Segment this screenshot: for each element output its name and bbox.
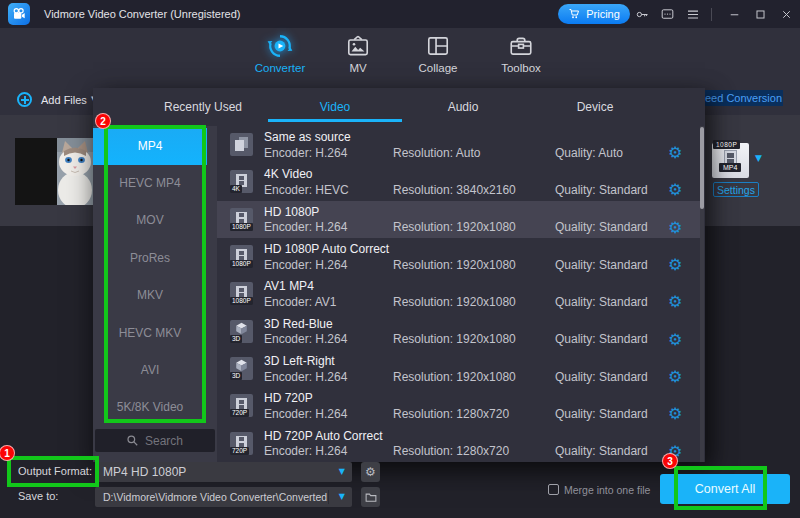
format-settings-gear-icon[interactable]: ⚙ [668, 332, 682, 348]
settings-label: Settings [717, 184, 755, 196]
minimize-button[interactable] [726, 7, 742, 22]
format-quality: Quality: Standard [555, 220, 648, 234]
browse-folder-button[interactable] [361, 487, 380, 507]
format-row-hd-1080p-auto-correct[interactable]: 1080PHD 1080P Auto CorrectEncoder: H.264… [217, 238, 700, 275]
app-window: Vidmore Video Converter (Unregistered) P… [0, 0, 800, 518]
format-badge: MP4 [719, 163, 741, 172]
tab-toolbox-label: Toolbox [476, 62, 566, 74]
settings-button[interactable]: Settings [713, 182, 759, 197]
format-type-icon: 3D [230, 357, 253, 380]
pricing-button[interactable]: Pricing [558, 4, 630, 24]
format-resolution: Resolution: 1920x1080 [393, 332, 516, 346]
format-search-box[interactable]: Search [95, 429, 215, 452]
format-quality: Quality: Standard [555, 295, 648, 309]
annotation-green-rect-sidebar [104, 125, 206, 423]
add-files-button[interactable]: Add Files [41, 94, 87, 106]
format-dropdown-chevron-icon[interactable]: ▼ [755, 153, 762, 163]
format-resolution: Resolution: 1920x1080 [393, 370, 516, 384]
format-title: HD 1080P [264, 205, 319, 219]
format-row-hd-1080p[interactable]: 1080PHD 1080PEncoder: H.264Resolution: 1… [217, 201, 700, 238]
format-resolution: Resolution: 1920x1080 [393, 220, 516, 234]
save-to-divider [328, 490, 329, 504]
format-quality: Quality: Standard [555, 332, 648, 346]
tab-toolbox[interactable]: Toolbox [476, 28, 566, 85]
output-format-chevron-icon[interactable]: ▼ [339, 462, 345, 482]
format-title: 3D Left-Right [264, 354, 335, 368]
scrollbar-thumb[interactable] [700, 127, 704, 209]
register-key-icon[interactable] [634, 7, 650, 22]
cart-icon [568, 8, 581, 20]
format-type-icon: 1080P [230, 208, 253, 231]
format-list: Same as sourceEncoder: H.264Resolution: … [217, 126, 700, 462]
format-title: Same as source [264, 130, 351, 144]
format-row-3d-red-blue[interactable]: 3D3D Red-BlueEncoder: H.264Resolution: 1… [217, 313, 700, 350]
profile-settings-button[interactable]: ⚙ [361, 462, 380, 482]
format-quality: Quality: Standard [555, 407, 648, 421]
format-settings-gear-icon[interactable]: ⚙ [668, 182, 682, 198]
format-tab-audio[interactable]: Audio [403, 88, 523, 126]
tab-converter[interactable]: Converter [235, 28, 325, 85]
save-to-chevron-icon[interactable]: ▼ [339, 487, 345, 507]
output-format-value: MP4 HD 1080P [103, 462, 186, 482]
resolution-badge: 1080P [713, 140, 740, 149]
converter-icon [267, 33, 293, 59]
format-encoder: Encoder: H.264 [264, 407, 347, 421]
close-button[interactable] [778, 7, 794, 22]
format-settings-gear-icon[interactable]: ⚙ [668, 220, 682, 236]
format-encoder: Encoder: H.264 [264, 258, 347, 272]
tab-collage[interactable]: Collage [393, 28, 483, 85]
format-encoder: Encoder: HEVC [264, 183, 349, 197]
format-settings-gear-icon[interactable]: ⚙ [668, 406, 682, 422]
format-title: HD 720P Auto Correct [264, 429, 383, 443]
format-row-hd-720p[interactable]: 720PHD 720PEncoder: H.264Resolution: 128… [217, 387, 700, 424]
format-resolution: Resolution: 3840x2160 [393, 183, 516, 197]
merge-label: Merge into one file [564, 484, 650, 496]
format-type-icon [230, 133, 253, 156]
format-title: HD 720P [264, 391, 313, 405]
format-type-icon: 4K [230, 170, 253, 193]
maximize-button[interactable] [752, 7, 768, 22]
mv-icon [345, 33, 371, 59]
titlebar: Vidmore Video Converter (Unregistered) P… [0, 0, 800, 28]
toolbox-icon [508, 33, 534, 59]
tab-collage-label: Collage [393, 62, 483, 74]
format-encoder: Encoder: H.264 [264, 332, 347, 346]
format-resolution: Resolution: 1920x1080 [393, 295, 516, 309]
format-encoder: Encoder: H.264 [264, 444, 347, 458]
format-row-hd-720p-auto-correct[interactable]: 720PHD 720P Auto CorrectEncoder: H.264Re… [217, 425, 700, 462]
format-row-3d-left-right[interactable]: 3D3D Left-RightEncoder: H.264Resolution:… [217, 350, 700, 387]
format-resolution: Resolution: Auto [393, 146, 480, 160]
format-type-icon: 3D [230, 320, 253, 343]
output-format-dropdown[interactable]: MP4 HD 1080P ▼ [95, 462, 352, 482]
format-encoder: Encoder: H.264 [264, 146, 347, 160]
collage-icon [425, 33, 451, 59]
format-tab-recently-used[interactable]: Recently Used [143, 88, 263, 126]
speed-conversion-label: eed Conversion [703, 90, 783, 106]
format-quality: Quality: Standard [555, 183, 648, 197]
format-row-4k-video[interactable]: 4K4K VideoEncoder: HEVCResolution: 3840x… [217, 163, 700, 200]
format-settings-gear-icon[interactable]: ⚙ [668, 294, 682, 310]
format-row-av1-mp4[interactable]: 1080PAV1 MP4Encoder: AV1Resolution: 1920… [217, 275, 700, 312]
pricing-label: Pricing [586, 8, 620, 20]
format-row-same-as-source[interactable]: Same as sourceEncoder: H.264Resolution: … [217, 126, 700, 163]
tab-mv[interactable]: MV [313, 28, 403, 85]
format-settings-gear-icon[interactable]: ⚙ [668, 369, 682, 385]
menu-icon[interactable] [685, 7, 701, 22]
format-encoder: Encoder: H.264 [264, 220, 347, 234]
speed-conversion-banner[interactable]: eed Conversion [703, 90, 783, 106]
save-to-dropdown[interactable]: D:\Vidmore\Vidmore Video Converter\Conve… [95, 487, 352, 507]
format-settings-gear-icon[interactable]: ⚙ [668, 145, 682, 161]
format-quality: Quality: Standard [555, 258, 648, 272]
format-tab-device[interactable]: Device [535, 88, 655, 126]
annotation-step-3-badge: 3 [662, 453, 678, 469]
add-files-icon[interactable] [17, 92, 32, 107]
format-settings-gear-icon[interactable]: ⚙ [668, 257, 682, 273]
merge-checkbox[interactable] [548, 484, 559, 495]
scrollbar[interactable] [700, 126, 704, 462]
annotation-green-rect-convert-all [674, 466, 767, 510]
feedback-icon[interactable] [659, 7, 675, 22]
search-placeholder: Search [145, 434, 183, 448]
format-resolution: Resolution: 1280x720 [393, 444, 509, 458]
format-type-icon: 720P [230, 394, 253, 417]
window-title: Vidmore Video Converter (Unregistered) [44, 0, 240, 28]
